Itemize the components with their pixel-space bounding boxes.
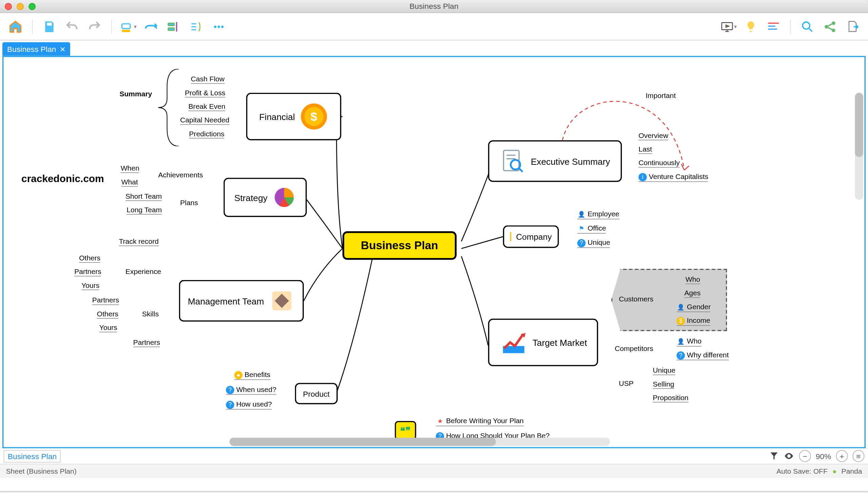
window-title: Business Plan <box>0 2 868 11</box>
group-label[interactable]: Customers <box>619 295 653 303</box>
leaf[interactable]: ? How used? <box>226 400 272 409</box>
leaf[interactable]: 👤 Employee <box>577 210 619 219</box>
more-button[interactable] <box>209 17 228 36</box>
leaf[interactable]: Track record <box>119 237 159 246</box>
redo-button[interactable] <box>85 17 104 36</box>
relationship-button[interactable] <box>141 17 160 36</box>
leaf[interactable]: ★ Before Writing Your Plan <box>436 417 524 426</box>
svg-point-4 <box>214 25 216 28</box>
node-strategy[interactable]: Strategy <box>223 178 307 217</box>
gantt-button[interactable] <box>764 17 783 36</box>
leaf[interactable]: Yours <box>81 281 99 290</box>
leaf[interactable]: Proposition <box>653 394 688 402</box>
titlebar: Business Plan <box>0 0 868 13</box>
summary-label: Summary <box>119 90 152 98</box>
brainstorm-button[interactable] <box>742 17 761 36</box>
leaf[interactable]: Partners <box>133 338 160 347</box>
coin-icon: $ <box>300 102 328 131</box>
zoom-fit-button[interactable]: ≡ <box>852 450 864 462</box>
share-button[interactable] <box>821 17 840 36</box>
node-label: Management Team <box>188 296 264 306</box>
canvas-area[interactable]: crackedonic.com Summary Financial $ Cash… <box>2 56 866 448</box>
node-financial[interactable]: Financial $ <box>246 93 341 140</box>
leaf[interactable]: Yours <box>99 323 117 332</box>
node-label: Company <box>516 232 552 241</box>
leaf[interactable]: ● Benefits <box>234 370 270 379</box>
leaf[interactable]: Continuously <box>638 159 680 167</box>
svg-rect-9 <box>768 25 775 27</box>
group-label[interactable]: Competitors <box>615 344 653 353</box>
coin-marker-icon: ● <box>234 371 243 379</box>
question-marker-icon: ? <box>226 400 234 409</box>
boundary-button[interactable] <box>164 17 183 36</box>
node-target-market[interactable]: Target Market <box>488 319 598 366</box>
leaf[interactable]: Others <box>97 310 118 319</box>
leaf[interactable]: Cash Flow <box>191 75 224 84</box>
leaf[interactable]: 👤 Gender <box>676 302 711 312</box>
filter-icon[interactable] <box>769 451 779 461</box>
leaf[interactable]: i Venture Capitalists <box>638 172 708 181</box>
node-product[interactable]: Product <box>295 383 338 404</box>
watermark-text: crackedonic.com <box>21 173 104 185</box>
vertical-scrollbar[interactable] <box>855 93 863 200</box>
eye-icon[interactable] <box>784 451 794 461</box>
svg-rect-10 <box>768 28 777 29</box>
summary-brace-icon <box>158 69 182 146</box>
leaf[interactable]: Who <box>686 275 700 284</box>
sheet-bar: Business Plan − 90% + ≡ <box>0 448 868 464</box>
node-floating-quote[interactable]: ❝❞ <box>395 421 416 440</box>
leaf[interactable]: 👤 Who <box>676 337 702 346</box>
leaf[interactable]: ⚑ Office <box>577 224 606 233</box>
leaf[interactable]: $ Income <box>676 316 710 326</box>
close-tab-icon[interactable]: ✕ <box>60 45 66 53</box>
export-button[interactable] <box>843 17 862 36</box>
chart-growth-icon <box>499 328 528 357</box>
leaf[interactable]: Selling <box>653 380 674 389</box>
leaf[interactable]: Break Even <box>189 102 225 111</box>
svg-rect-8 <box>768 22 779 24</box>
home-button[interactable] <box>6 17 25 36</box>
group-label[interactable]: Skills <box>142 310 159 318</box>
leaf[interactable]: Unique <box>653 366 675 375</box>
leaf[interactable]: Profit & Loss <box>185 88 225 97</box>
leaf[interactable]: Capital Needed <box>180 116 229 125</box>
leaf[interactable]: Partners <box>74 268 101 276</box>
node-central[interactable]: Business Plan <box>342 231 456 260</box>
leaf[interactable]: Last <box>638 145 652 154</box>
group-label[interactable]: USP <box>619 379 633 388</box>
leaf[interactable]: Others <box>79 254 100 263</box>
online-indicator-icon: ● <box>832 467 837 475</box>
leaf[interactable]: ? Unique <box>577 238 610 248</box>
leaf[interactable]: Predictions <box>189 130 224 138</box>
save-button[interactable] <box>40 17 59 36</box>
svg-rect-0 <box>122 23 130 28</box>
search-button[interactable] <box>798 17 817 36</box>
group-label[interactable]: Plans <box>180 199 198 207</box>
node-exec-summary[interactable]: Executive Summary <box>488 140 622 182</box>
leaf[interactable]: What <box>121 178 138 186</box>
group-label[interactable]: Experience <box>125 268 161 276</box>
user-name: Panda <box>842 467 862 475</box>
leaf[interactable]: ? Why different <box>676 351 729 360</box>
node-management[interactable]: Management Team <box>179 280 304 322</box>
zoom-out-button[interactable]: − <box>799 450 811 462</box>
zoom-in-button[interactable]: + <box>836 450 848 462</box>
sheet-tab[interactable]: Business Plan <box>4 450 61 462</box>
leaf[interactable]: Long Team <box>126 206 162 215</box>
leaf[interactable]: Short Team <box>125 192 162 201</box>
node-company[interactable]: Company <box>503 225 559 248</box>
leaf[interactable]: When <box>121 164 139 173</box>
leaf[interactable]: Ages <box>684 289 701 298</box>
presentation-button[interactable]: ▾ <box>719 17 738 36</box>
group-label[interactable]: Achievements <box>158 171 203 179</box>
undo-button[interactable] <box>62 17 81 36</box>
topic-button[interactable]: ▾ <box>119 17 138 36</box>
autosave-status: Auto Save: OFF <box>776 467 828 475</box>
horizontal-scrollbar[interactable] <box>230 438 610 446</box>
document-tab[interactable]: Business Plan ✕ <box>2 42 71 56</box>
leaf[interactable]: ? When used? <box>226 385 276 394</box>
summary-button[interactable] <box>187 17 206 36</box>
leaf[interactable]: Partners <box>92 296 119 305</box>
leaf[interactable]: Overview <box>638 132 668 140</box>
question-marker-icon: ? <box>577 239 586 247</box>
